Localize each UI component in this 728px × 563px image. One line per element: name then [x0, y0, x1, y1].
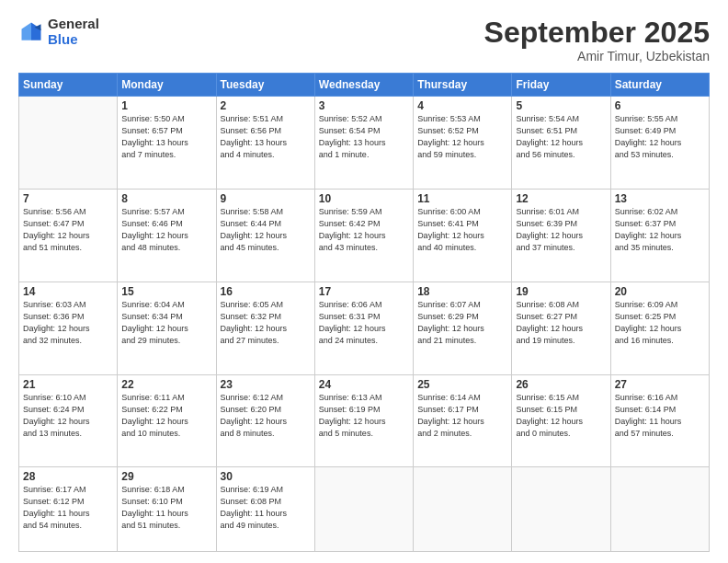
day-info: Sunrise: 5:54 AM Sunset: 6:51 PM Dayligh…	[516, 113, 606, 161]
table-row: 20Sunrise: 6:09 AM Sunset: 6:25 PM Dayli…	[610, 282, 709, 374]
day-number: 12	[516, 192, 606, 205]
table-row: 18Sunrise: 6:07 AM Sunset: 6:29 PM Dayli…	[414, 282, 512, 374]
day-info: Sunrise: 6:00 AM Sunset: 6:41 PM Dayligh…	[417, 206, 507, 254]
day-number: 8	[121, 192, 211, 205]
day-number: 22	[121, 378, 211, 391]
table-row	[19, 97, 118, 190]
day-number: 9	[221, 192, 311, 205]
calendar-week-4: 28Sunrise: 6:17 AM Sunset: 6:12 PM Dayli…	[19, 467, 710, 552]
table-row: 5Sunrise: 5:54 AM Sunset: 6:51 PM Daylig…	[512, 97, 610, 190]
location-subtitle: Amir Timur, Uzbekistan	[484, 49, 710, 63]
day-number: 3	[319, 99, 409, 112]
table-row: 14Sunrise: 6:03 AM Sunset: 6:36 PM Dayli…	[19, 282, 118, 374]
day-info: Sunrise: 6:15 AM Sunset: 6:15 PM Dayligh…	[516, 392, 606, 440]
day-info: Sunrise: 5:56 AM Sunset: 6:47 PM Dayligh…	[23, 206, 113, 254]
table-row: 26Sunrise: 6:15 AM Sunset: 6:15 PM Dayli…	[512, 374, 610, 467]
table-row	[314, 467, 413, 552]
day-number: 13	[615, 192, 705, 205]
day-info: Sunrise: 6:01 AM Sunset: 6:39 PM Dayligh…	[516, 206, 606, 254]
day-info: Sunrise: 6:04 AM Sunset: 6:34 PM Dayligh…	[121, 299, 211, 347]
day-info: Sunrise: 6:18 AM Sunset: 6:10 PM Dayligh…	[121, 484, 211, 532]
day-info: Sunrise: 6:14 AM Sunset: 6:17 PM Dayligh…	[417, 392, 507, 440]
day-number: 18	[417, 285, 507, 298]
svg-marker-1	[22, 22, 32, 40]
table-row: 24Sunrise: 6:13 AM Sunset: 6:19 PM Dayli…	[314, 374, 413, 467]
table-row: 29Sunrise: 6:18 AM Sunset: 6:10 PM Dayli…	[118, 467, 216, 552]
table-row: 19Sunrise: 6:08 AM Sunset: 6:27 PM Dayli…	[512, 282, 610, 374]
header-wednesday: Wednesday	[314, 74, 413, 97]
day-number: 25	[417, 378, 507, 391]
day-number: 20	[615, 285, 705, 298]
table-row: 30Sunrise: 6:19 AM Sunset: 6:08 PM Dayli…	[216, 467, 314, 552]
calendar-week-1: 7Sunrise: 5:56 AM Sunset: 6:47 PM Daylig…	[19, 189, 710, 282]
day-info: Sunrise: 6:19 AM Sunset: 6:08 PM Dayligh…	[221, 484, 311, 532]
day-number: 14	[23, 285, 113, 298]
day-number: 5	[516, 99, 606, 112]
day-info: Sunrise: 5:58 AM Sunset: 6:44 PM Dayligh…	[221, 206, 311, 254]
day-info: Sunrise: 5:50 AM Sunset: 6:57 PM Dayligh…	[121, 113, 211, 161]
day-number: 10	[319, 192, 409, 205]
day-info: Sunrise: 6:08 AM Sunset: 6:27 PM Dayligh…	[516, 299, 606, 347]
day-number: 17	[319, 285, 409, 298]
header-monday: Monday	[118, 74, 216, 97]
table-row: 15Sunrise: 6:04 AM Sunset: 6:34 PM Dayli…	[118, 282, 216, 374]
logo-icon	[18, 19, 44, 45]
logo: General Blue	[18, 17, 99, 47]
day-number: 19	[516, 285, 606, 298]
table-row: 10Sunrise: 5:59 AM Sunset: 6:42 PM Dayli…	[314, 189, 413, 282]
day-info: Sunrise: 5:51 AM Sunset: 6:56 PM Dayligh…	[221, 113, 311, 161]
title-block: September 2025 Amir Timur, Uzbekistan	[484, 17, 710, 63]
header-thursday: Thursday	[414, 74, 512, 97]
table-row	[512, 467, 610, 552]
logo-text: General Blue	[48, 17, 99, 47]
table-row: 4Sunrise: 5:53 AM Sunset: 6:52 PM Daylig…	[414, 97, 512, 190]
day-number: 27	[615, 378, 705, 391]
day-number: 30	[221, 470, 311, 483]
day-info: Sunrise: 5:53 AM Sunset: 6:52 PM Dayligh…	[417, 113, 507, 161]
day-info: Sunrise: 6:17 AM Sunset: 6:12 PM Dayligh…	[23, 484, 113, 532]
day-info: Sunrise: 6:09 AM Sunset: 6:25 PM Dayligh…	[615, 299, 705, 347]
header-sunday: Sunday	[19, 74, 118, 97]
day-info: Sunrise: 6:03 AM Sunset: 6:36 PM Dayligh…	[23, 299, 113, 347]
table-row: 27Sunrise: 6:16 AM Sunset: 6:14 PM Dayli…	[610, 374, 709, 467]
day-number: 23	[221, 378, 311, 391]
day-info: Sunrise: 6:06 AM Sunset: 6:31 PM Dayligh…	[319, 299, 409, 347]
header-saturday: Saturday	[610, 74, 709, 97]
day-number: 29	[121, 470, 211, 483]
day-number: 2	[221, 99, 311, 112]
day-info: Sunrise: 6:11 AM Sunset: 6:22 PM Dayligh…	[121, 392, 211, 440]
day-number: 28	[23, 470, 113, 483]
table-row: 7Sunrise: 5:56 AM Sunset: 6:47 PM Daylig…	[19, 189, 118, 282]
day-info: Sunrise: 6:13 AM Sunset: 6:19 PM Dayligh…	[319, 392, 409, 440]
table-row: 2Sunrise: 5:51 AM Sunset: 6:56 PM Daylig…	[216, 97, 314, 190]
page: General Blue September 2025 Amir Timur, …	[0, 0, 728, 563]
day-number: 11	[417, 192, 507, 205]
calendar-week-3: 21Sunrise: 6:10 AM Sunset: 6:24 PM Dayli…	[19, 374, 710, 467]
month-title: September 2025	[484, 17, 710, 49]
table-row: 17Sunrise: 6:06 AM Sunset: 6:31 PM Dayli…	[314, 282, 413, 374]
day-info: Sunrise: 6:10 AM Sunset: 6:24 PM Dayligh…	[23, 392, 113, 440]
header-tuesday: Tuesday	[216, 74, 314, 97]
header-friday: Friday	[512, 74, 610, 97]
table-row: 22Sunrise: 6:11 AM Sunset: 6:22 PM Dayli…	[118, 374, 216, 467]
logo-blue-text: Blue	[48, 32, 99, 48]
table-row	[610, 467, 709, 552]
table-row: 8Sunrise: 5:57 AM Sunset: 6:46 PM Daylig…	[118, 189, 216, 282]
table-row: 25Sunrise: 6:14 AM Sunset: 6:17 PM Dayli…	[414, 374, 512, 467]
day-number: 1	[121, 99, 211, 112]
logo-general-text: General	[48, 17, 99, 32]
table-row: 3Sunrise: 5:52 AM Sunset: 6:54 PM Daylig…	[314, 97, 413, 190]
day-number: 21	[23, 378, 113, 391]
day-number: 4	[417, 99, 507, 112]
calendar-header-row: Sunday Monday Tuesday Wednesday Thursday…	[19, 74, 710, 97]
day-info: Sunrise: 5:55 AM Sunset: 6:49 PM Dayligh…	[615, 113, 705, 161]
day-info: Sunrise: 5:52 AM Sunset: 6:54 PM Dayligh…	[319, 113, 409, 161]
day-number: 16	[221, 285, 311, 298]
day-info: Sunrise: 6:02 AM Sunset: 6:37 PM Dayligh…	[615, 206, 705, 254]
table-row: 23Sunrise: 6:12 AM Sunset: 6:20 PM Dayli…	[216, 374, 314, 467]
table-row: 21Sunrise: 6:10 AM Sunset: 6:24 PM Dayli…	[19, 374, 118, 467]
table-row: 16Sunrise: 6:05 AM Sunset: 6:32 PM Dayli…	[216, 282, 314, 374]
table-row: 1Sunrise: 5:50 AM Sunset: 6:57 PM Daylig…	[118, 97, 216, 190]
day-info: Sunrise: 6:05 AM Sunset: 6:32 PM Dayligh…	[221, 299, 311, 347]
calendar-table: Sunday Monday Tuesday Wednesday Thursday…	[18, 73, 710, 552]
